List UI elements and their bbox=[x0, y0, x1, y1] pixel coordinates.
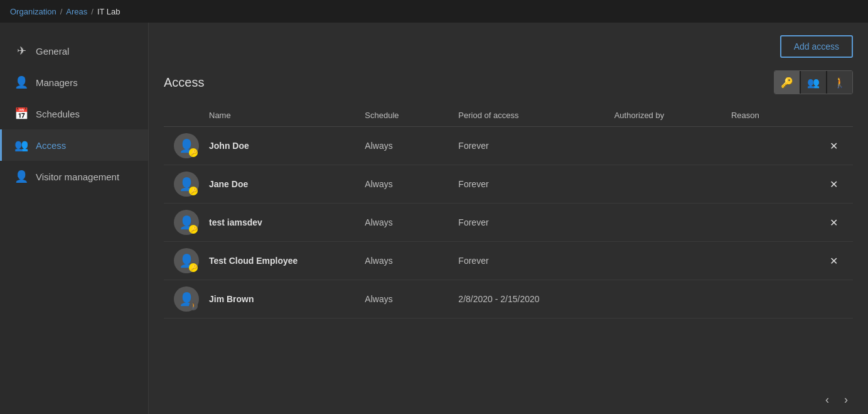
avatar-cell: 👤🔑 bbox=[164, 242, 199, 280]
table-row: 👤🔑John DoeAlwaysForever✕ bbox=[164, 127, 853, 165]
period-cell: Forever bbox=[448, 127, 604, 165]
sidebar-item-managers[interactable]: 👤 Managers bbox=[0, 67, 148, 98]
sidebar-item-schedules[interactable]: 📅 Schedules bbox=[0, 98, 148, 129]
breadcrumb-sep-1: / bbox=[60, 7, 63, 16]
remove-cell: ✕ bbox=[815, 242, 853, 280]
reason-cell bbox=[721, 242, 815, 280]
col-remove bbox=[815, 104, 853, 127]
remove-cell: ✕ bbox=[815, 165, 853, 204]
avatar-cell: 👤🚶 bbox=[164, 280, 199, 319]
remove-cell bbox=[815, 280, 853, 319]
col-authorized-by: Authorized by bbox=[604, 104, 721, 127]
col-avatar bbox=[164, 104, 199, 127]
period-cell: Forever bbox=[448, 165, 604, 204]
sidebar-label-access: Access bbox=[36, 140, 66, 151]
avatar: 👤🔑 bbox=[174, 133, 199, 158]
key-badge-icon: 🔑 bbox=[189, 225, 198, 234]
sidebar-item-visitor-management[interactable]: 👤 Visitor management bbox=[0, 161, 148, 192]
reason-cell bbox=[721, 165, 815, 204]
reason-cell bbox=[721, 204, 815, 242]
schedule-cell: Always bbox=[355, 165, 448, 204]
period-cell: 2/8/2020 - 2/15/2020 bbox=[448, 280, 604, 319]
schedule-cell: Always bbox=[355, 280, 448, 319]
authorized-by-cell bbox=[604, 127, 721, 165]
filter-key-button[interactable]: 🔑 bbox=[774, 71, 800, 94]
sidebar-label-visitor-management: Visitor management bbox=[36, 172, 119, 182]
period-cell: Forever bbox=[448, 204, 604, 242]
filter-group-button[interactable]: 👥 bbox=[801, 71, 826, 94]
add-access-button[interactable]: Add access bbox=[780, 35, 853, 58]
general-icon: ✈ bbox=[14, 44, 28, 58]
table-row: 👤🚶Jim BrownAlways2/8/2020 - 2/15/2020 bbox=[164, 280, 853, 319]
pagination-bar: ‹ › bbox=[149, 386, 868, 414]
filter-buttons: 🔑 👥 🚶 bbox=[774, 70, 853, 94]
group-filter-icon: 👥 bbox=[807, 77, 820, 89]
avatar: 👤🚶 bbox=[174, 286, 199, 312]
key-filter-icon: 🔑 bbox=[781, 77, 793, 89]
schedules-icon: 📅 bbox=[14, 107, 28, 121]
name-cell: Jim Brown bbox=[199, 280, 355, 319]
remove-button[interactable]: ✕ bbox=[825, 138, 843, 155]
avatar: 👤🔑 bbox=[174, 210, 199, 235]
managers-icon: 👤 bbox=[14, 75, 28, 89]
visitor-management-icon: 👤 bbox=[14, 170, 28, 183]
sidebar-label-schedules: Schedules bbox=[36, 109, 80, 119]
remove-button[interactable]: ✕ bbox=[825, 214, 843, 231]
breadcrumb-sep-2: / bbox=[91, 7, 94, 16]
key-badge-icon: 🔑 bbox=[189, 187, 198, 195]
content-body: Access 🔑 👥 🚶 bbox=[149, 64, 868, 386]
schedule-cell: Always bbox=[355, 127, 448, 165]
remove-button[interactable]: ✕ bbox=[825, 253, 843, 270]
access-table: Name Schedule Period of access Authorize… bbox=[164, 104, 853, 319]
content-area: Add access Access 🔑 👥 🚶 bbox=[149, 23, 868, 414]
next-page-button[interactable]: › bbox=[839, 391, 853, 409]
sidebar: ✈ General 👤 Managers 📅 Schedules 👥 Acces… bbox=[0, 23, 149, 414]
breadcrumb-areas[interactable]: Areas bbox=[66, 7, 87, 16]
access-icon: 👥 bbox=[14, 138, 28, 152]
name-cell: John Doe bbox=[199, 127, 355, 165]
filter-visitor-button[interactable]: 🚶 bbox=[827, 71, 852, 94]
table-row: 👤🔑Test Cloud EmployeeAlwaysForever✕ bbox=[164, 242, 853, 280]
breadcrumb-org[interactable]: Organization bbox=[10, 7, 56, 16]
name-cell: Test Cloud Employee bbox=[199, 242, 355, 280]
authorized-by-cell bbox=[604, 165, 721, 204]
schedule-cell: Always bbox=[355, 242, 448, 280]
avatar-cell: 👤🔑 bbox=[164, 165, 199, 204]
table-header-row: Name Schedule Period of access Authorize… bbox=[164, 104, 853, 127]
schedule-cell: Always bbox=[355, 204, 448, 242]
col-schedule: Schedule bbox=[355, 104, 448, 127]
key-badge-icon: 🔑 bbox=[189, 263, 198, 272]
authorized-by-cell bbox=[604, 242, 721, 280]
remove-cell: ✕ bbox=[815, 127, 853, 165]
col-period: Period of access bbox=[448, 104, 604, 127]
prev-page-button[interactable]: ‹ bbox=[820, 391, 834, 409]
name-cell: test iamsdev bbox=[199, 204, 355, 242]
section-header: Access 🔑 👥 🚶 bbox=[164, 70, 853, 94]
sidebar-item-general[interactable]: ✈ General bbox=[0, 35, 148, 67]
content-header: Add access bbox=[149, 23, 868, 64]
table-row: 👤🔑test iamsdevAlwaysForever✕ bbox=[164, 204, 853, 242]
authorized-by-cell bbox=[604, 280, 721, 319]
col-reason: Reason bbox=[721, 104, 815, 127]
avatar: 👤🔑 bbox=[174, 172, 199, 197]
visitor-badge-icon: 🚶 bbox=[189, 302, 198, 310]
avatar-cell: 👤🔑 bbox=[164, 204, 199, 242]
avatar: 👤🔑 bbox=[174, 248, 199, 273]
breadcrumb-current: IT Lab bbox=[97, 7, 121, 16]
access-table-container: Name Schedule Period of access Authorize… bbox=[164, 104, 853, 373]
avatar-cell: 👤🔑 bbox=[164, 127, 199, 165]
name-cell: Jane Doe bbox=[199, 165, 355, 204]
remove-cell: ✕ bbox=[815, 204, 853, 242]
period-cell: Forever bbox=[448, 242, 604, 280]
authorized-by-cell bbox=[604, 204, 721, 242]
visitor-filter-icon: 🚶 bbox=[833, 77, 846, 89]
sidebar-label-managers: Managers bbox=[36, 77, 78, 88]
section-title: Access bbox=[164, 75, 204, 90]
sidebar-label-general: General bbox=[36, 46, 69, 57]
sidebar-item-access[interactable]: 👥 Access bbox=[0, 129, 148, 161]
key-badge-icon: 🔑 bbox=[189, 148, 198, 157]
remove-button[interactable]: ✕ bbox=[825, 176, 843, 193]
reason-cell bbox=[721, 127, 815, 165]
breadcrumb: Organization / Areas / IT Lab bbox=[0, 0, 868, 23]
col-name: Name bbox=[199, 104, 355, 127]
